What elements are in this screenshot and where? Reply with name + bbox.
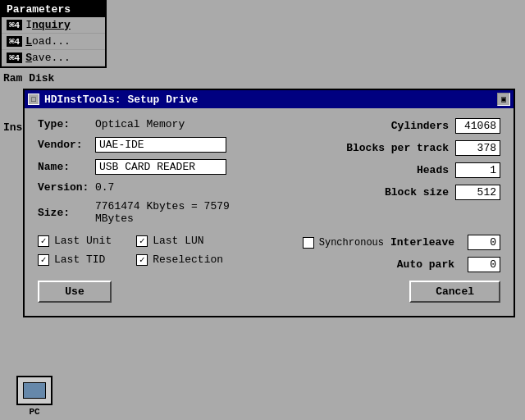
right-column: Cylinders Blocks per track Heads Block s…	[269, 118, 500, 231]
blocks-label: Blocks per track	[346, 142, 449, 154]
dialog-body: Type: Optical Memory Vendor: Name: Versi…	[25, 108, 514, 316]
reselection-label: Reselection	[153, 253, 223, 266]
autopark-row: Auto park	[397, 257, 500, 272]
right-checkboxes-section: Synchronous Interleave Auto park	[303, 235, 500, 272]
setup-drive-dialog: □ HDInstTools: Setup Drive ▣ Type: Optic…	[23, 89, 515, 317]
load-key: ⌘4	[7, 36, 22, 47]
checkboxes-section: Last Unit Last TID Last LUN Reselection	[38, 235, 500, 272]
dialog-title-left: □ HDInstTools: Setup Drive	[28, 94, 198, 106]
ram-disk-label: Ram Disk	[3, 72, 54, 84]
cylinders-label: Cylinders	[391, 120, 449, 132]
name-label: Name:	[38, 161, 95, 173]
last-unit-label: Last Unit	[54, 235, 112, 247]
autopark-label: Auto park	[397, 258, 454, 271]
interleave-row: Synchronous Interleave	[303, 235, 500, 250]
last-unit-row: Last Unit	[38, 235, 112, 247]
button-row: Use Cancel	[38, 281, 500, 303]
dialog-titlebar: □ HDInstTools: Setup Drive ▣	[25, 90, 514, 108]
load-menu-item[interactable]: ⌘4 Load...	[2, 34, 105, 50]
version-label: Version:	[38, 181, 95, 194]
cylinders-input[interactable]	[455, 118, 500, 134]
blocks-row: Blocks per track	[285, 140, 500, 156]
inquiry-menu-item[interactable]: ⌘4 Inquiry	[2, 17, 105, 34]
size-row: Size: 7761474 Kbytes = 7579 MBytes	[38, 200, 253, 225]
interleave-label: Interleave	[390, 236, 454, 249]
name-row: Name:	[38, 159, 253, 175]
cancel-button[interactable]: Cancel	[409, 281, 500, 303]
heads-input[interactable]	[455, 162, 500, 178]
vendor-row: Vendor:	[38, 137, 253, 153]
size-label: Size:	[38, 207, 95, 219]
form-grid: Type: Optical Memory Vendor: Name: Versi…	[38, 118, 500, 231]
blocks-input[interactable]	[455, 140, 500, 156]
blocksize-row: Block size	[285, 185, 500, 200]
last-tid-checkbox[interactable]	[38, 254, 49, 266]
reselection-checkbox[interactable]	[136, 254, 148, 266]
left-checkboxes: Last Unit Last TID Last LUN Reselection	[38, 235, 223, 272]
save-label: Save...	[25, 52, 71, 64]
last-lun-row: Last LUN	[136, 235, 223, 247]
autopark-input[interactable]	[468, 257, 500, 272]
type-label: Type:	[38, 118, 95, 130]
inquiry-label: Inquiry	[25, 19, 71, 31]
vendor-input[interactable]	[95, 137, 226, 153]
version-row: Version: 0.7	[38, 181, 253, 194]
name-input[interactable]	[95, 159, 226, 175]
dialog-title-text: HDInstTools: Setup Drive	[44, 94, 198, 106]
last-tid-label: Last TID	[54, 253, 105, 266]
heads-row: Heads	[285, 162, 500, 178]
last-lun-label: Last LUN	[153, 235, 203, 247]
type-row: Type: Optical Memory	[38, 118, 253, 130]
last-lun-checkbox[interactable]	[136, 235, 148, 247]
pc-icon	[16, 376, 52, 405]
ins-label: Ins	[3, 121, 22, 134]
dialog-close-button[interactable]: ▣	[497, 93, 510, 106]
use-button[interactable]: Use	[38, 281, 112, 303]
size-value: 7761474 Kbytes = 7579 MBytes	[95, 200, 253, 225]
last-tid-row: Last TID	[38, 253, 112, 266]
synchronous-label: Synchronous	[319, 237, 384, 249]
pc-icon-area: PC	[16, 376, 52, 417]
blocksize-label: Block size	[385, 186, 449, 199]
reselection-row: Reselection	[136, 253, 223, 266]
version-value: 0.7	[95, 181, 114, 194]
parameters-title: Parameters	[2, 2, 105, 17]
pc-screen	[23, 382, 46, 399]
save-menu-item[interactable]: ⌘4 Save...	[2, 50, 105, 66]
cylinders-row: Cylinders	[285, 118, 500, 134]
type-value: Optical Memory	[95, 118, 185, 130]
save-key: ⌘4	[7, 52, 22, 63]
vendor-label: Vendor:	[38, 139, 95, 151]
parameters-dropdown: Parameters ⌘4 Inquiry ⌘4 Load... ⌘4 Save…	[0, 0, 107, 68]
blocksize-input[interactable]	[455, 185, 500, 200]
synchronous-row: Synchronous	[303, 237, 384, 249]
heads-label: Heads	[417, 164, 449, 176]
inquiry-key: ⌘4	[7, 20, 22, 30]
load-label: Load...	[25, 35, 71, 48]
last-unit-checkbox[interactable]	[38, 235, 49, 247]
pc-label: PC	[29, 407, 39, 417]
interleave-input[interactable]	[468, 235, 500, 250]
synchronous-checkbox[interactable]	[303, 237, 314, 249]
col2-checkboxes: Last LUN Reselection	[136, 235, 223, 272]
dialog-window-icon: □	[28, 94, 39, 105]
col1-checkboxes: Last Unit Last TID	[38, 235, 112, 272]
left-column: Type: Optical Memory Vendor: Name: Versi…	[38, 118, 269, 231]
